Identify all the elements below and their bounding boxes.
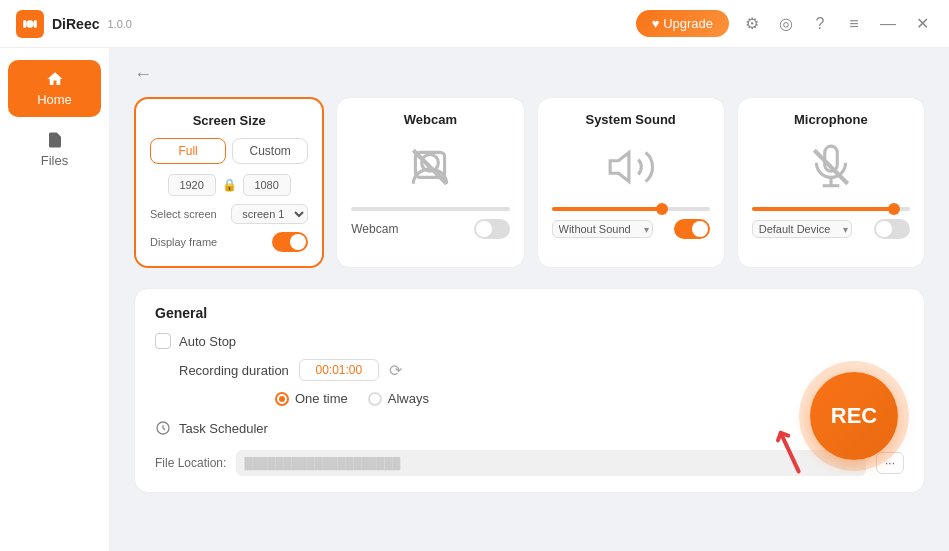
select-screen-row: Select screen screen 1 <box>150 204 308 224</box>
upgrade-button[interactable]: ♥ Upgrade <box>636 10 729 37</box>
app-branding: DiReec 1.0.0 <box>16 10 132 38</box>
system-sound-icon-wrap <box>552 137 710 197</box>
size-buttons: Full Custom <box>150 138 308 164</box>
display-frame-row: Display frame <box>150 232 308 252</box>
rec-outer-ring: REC <box>799 361 909 471</box>
speaker-icon <box>606 142 656 192</box>
webcam-bottom-row: Webcam <box>351 219 509 239</box>
svg-rect-1 <box>23 20 26 28</box>
radio-one-time[interactable]: One time <box>275 391 348 406</box>
system-sound-title: System Sound <box>552 112 710 127</box>
full-size-button[interactable]: Full <box>150 138 226 164</box>
svg-rect-2 <box>34 20 37 28</box>
minimize-button[interactable]: — <box>877 13 899 35</box>
microphone-bottom-row: Default Device <box>752 219 910 239</box>
webcam-toggle[interactable] <box>474 219 510 239</box>
file-location-label: File Location: <box>155 456 226 470</box>
microphone-title: Microphone <box>752 112 910 127</box>
radio-always[interactable]: Always <box>368 391 429 406</box>
sidebar-item-home[interactable]: Home <box>8 60 101 117</box>
system-sound-fill <box>552 207 663 211</box>
radio-one-time-btn[interactable] <box>275 392 289 406</box>
app-version: 1.0.0 <box>107 18 131 30</box>
app-logo-icon <box>16 10 44 38</box>
svg-marker-6 <box>610 152 629 181</box>
webcam-label: Webcam <box>351 222 398 236</box>
display-frame-toggle[interactable] <box>272 232 308 252</box>
webcam-title: Webcam <box>351 112 509 127</box>
app-name: DiReec <box>52 16 99 32</box>
system-sound-card: System Sound <box>537 97 725 268</box>
duration-spinner[interactable]: ⟳ <box>389 361 402 380</box>
auto-stop-checkbox[interactable] <box>155 333 171 349</box>
title-bar: DiReec 1.0.0 ♥ Upgrade ⚙ ◎ ? ≡ — ✕ <box>0 0 949 48</box>
duration-input[interactable] <box>299 359 379 381</box>
svg-point-0 <box>26 20 34 28</box>
webcam-slider-track <box>351 207 509 211</box>
microphone-slider-thumb[interactable] <box>888 203 900 215</box>
rec-button-area: REC <box>799 361 909 471</box>
display-frame-label: Display frame <box>150 236 217 248</box>
rec-button[interactable]: REC <box>810 372 898 460</box>
screen-size-card: Screen Size Full Custom 🔒 Select screen … <box>134 97 324 268</box>
width-input[interactable] <box>168 174 216 196</box>
mic-device-dropdown[interactable]: Default Device <box>752 220 852 238</box>
system-sound-thumb[interactable] <box>656 203 668 215</box>
microphone-slider-track <box>752 207 910 211</box>
cards-row: Screen Size Full Custom 🔒 Select screen … <box>134 97 925 268</box>
system-sound-toggle[interactable] <box>674 219 710 239</box>
task-scheduler-label: Task Scheduler <box>179 421 268 436</box>
help-icon[interactable]: ? <box>809 13 831 35</box>
custom-size-button[interactable]: Custom <box>232 138 308 164</box>
recording-duration-label: Recording duration <box>179 363 289 378</box>
microphone-icon-wrap <box>752 137 910 197</box>
auto-stop-row: Auto Stop <box>155 333 904 349</box>
radio-always-btn[interactable] <box>368 392 382 406</box>
microphone-icon <box>806 142 856 192</box>
select-screen-label: Select screen <box>150 208 217 220</box>
resolution-row: 🔒 <box>150 174 308 196</box>
one-time-label: One time <box>295 391 348 406</box>
system-sound-slider <box>552 207 710 211</box>
auto-stop-label: Auto Stop <box>179 334 236 349</box>
microphone-card: Microphone <box>737 97 925 268</box>
microphone-toggle[interactable] <box>874 219 910 239</box>
webcam-slider <box>351 207 509 211</box>
content-area: ← Screen Size Full Custom 🔒 Select scree… <box>110 48 949 551</box>
title-bar-actions: ♥ Upgrade ⚙ ◎ ? ≡ — ✕ <box>636 10 933 37</box>
webcam-card: Webcam Webcam <box>336 97 524 268</box>
always-label: Always <box>388 391 429 406</box>
lock-icon: 🔒 <box>222 178 237 192</box>
sound-dropdown-wrap: Without Sound <box>552 220 653 238</box>
general-title: General <box>155 305 904 321</box>
sidebar-home-label: Home <box>37 92 72 107</box>
file-path-text: ████████████████████ <box>244 457 400 469</box>
coins-icon[interactable]: ⚙ <box>741 13 763 35</box>
system-sound-bottom-row: Without Sound <box>552 219 710 239</box>
webcam-icon <box>405 142 455 192</box>
microphone-slider <box>752 207 910 211</box>
sidebar-item-files[interactable]: Files <box>8 121 101 178</box>
screen-select[interactable]: screen 1 <box>231 204 308 224</box>
system-sound-track <box>552 207 710 211</box>
webcam-icon-wrap <box>351 137 509 197</box>
screen-size-title: Screen Size <box>150 113 308 128</box>
menu-icon[interactable]: ≡ <box>843 13 865 35</box>
sound-dropdown[interactable]: Without Sound <box>552 220 653 238</box>
settings-icon[interactable]: ◎ <box>775 13 797 35</box>
close-button[interactable]: ✕ <box>911 13 933 35</box>
sidebar: Home Files <box>0 48 110 551</box>
microphone-slider-fill <box>752 207 894 211</box>
mic-dropdown-wrap: Default Device <box>752 220 852 238</box>
duration-row: Recording duration ⟳ <box>155 359 904 381</box>
back-button[interactable]: ← <box>134 64 152 85</box>
task-scheduler-icon <box>155 420 171 436</box>
height-input[interactable] <box>243 174 291 196</box>
sidebar-files-label: Files <box>41 153 68 168</box>
